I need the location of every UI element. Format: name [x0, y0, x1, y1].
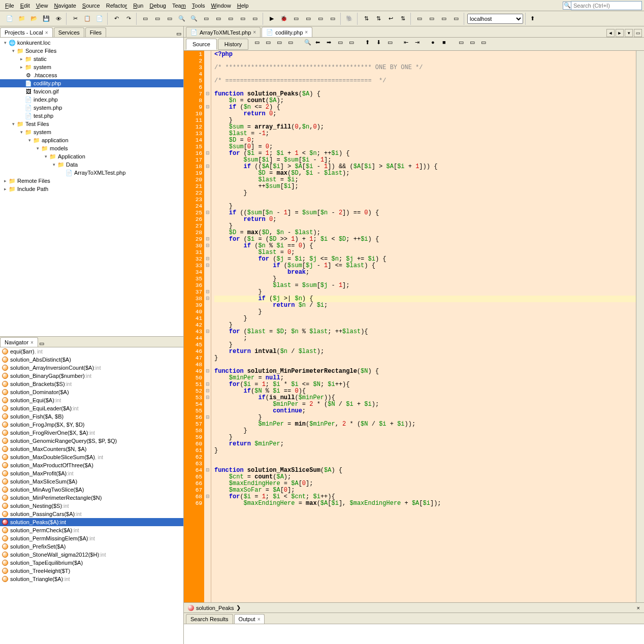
editor-tab[interactable]: 📄codility.php×	[262, 27, 312, 37]
tab-dropdown-icon[interactable]: ▾	[625, 29, 633, 37]
tab-projects[interactable]: Projects - Local×	[0, 27, 53, 37]
undo-icon[interactable]: ↶	[111, 13, 122, 24]
nav-item[interactable]: solution_Brackets($S):int	[0, 380, 183, 388]
indent-right-icon[interactable]: ⇥	[415, 39, 425, 49]
sort3-icon[interactable]: ⇅	[397, 13, 408, 24]
upload-icon[interactable]: ⬆	[527, 13, 538, 24]
zoom-in-icon[interactable]: 🔍	[188, 13, 200, 24]
et8-icon[interactable]: ▭	[459, 39, 469, 49]
menu-debug[interactable]: Debug	[146, 2, 169, 10]
nav-item[interactable]: solution_AbsDistinct($A)	[0, 356, 183, 364]
close-icon[interactable]: ×	[45, 30, 48, 36]
copy-icon[interactable]: 📋	[82, 13, 93, 24]
tree-item[interactable]: ▾📁application	[0, 136, 183, 144]
close-icon[interactable]: ×	[637, 605, 640, 611]
nav-item[interactable]: solution_Triangle($A):int	[0, 575, 183, 583]
tree-item[interactable]: 📄ArrayToXMLTest.php	[0, 169, 183, 177]
nav-item[interactable]: solution_EquiLeader($A):int	[0, 404, 183, 412]
nav-item[interactable]: solution_TreeHeight($T)	[0, 567, 183, 575]
nav-item[interactable]: solution_StoneWall_sigma2012($H):int	[0, 551, 183, 559]
nav-item[interactable]: solution_Fish($A, $B)	[0, 412, 183, 421]
tree-item[interactable]: ▾📁Source Files	[0, 47, 183, 55]
find-icon[interactable]: 🔍	[304, 39, 314, 49]
tab-files[interactable]: Files	[85, 27, 106, 37]
minimize-icon[interactable]: ▭	[174, 30, 183, 37]
nav-item[interactable]: solution_PassingCars($A):int	[0, 510, 183, 518]
sort2-icon[interactable]: ⇅	[373, 13, 384, 24]
et5-icon[interactable]: ▭	[338, 39, 348, 49]
debug-icon[interactable]: 🐞	[278, 13, 289, 24]
cut-icon[interactable]: ✂	[70, 13, 81, 24]
menu-edit[interactable]: Edit	[17, 2, 33, 10]
editor-tab[interactable]: 📄ArrayToXMLTest.php×	[186, 27, 261, 37]
db1-icon[interactable]: ▭	[414, 13, 425, 24]
btn4-icon[interactable]: ▭	[201, 13, 212, 24]
tab-max-icon[interactable]: ▭	[634, 29, 642, 37]
db2-icon[interactable]: ▭	[426, 13, 437, 24]
source-tab[interactable]: Source	[186, 39, 217, 50]
new-project-icon[interactable]: 📁	[16, 13, 27, 24]
nav-item[interactable]: solution_FrogRiverOne($X, $A):int	[0, 429, 183, 437]
tree-item[interactable]: ▾📁models	[0, 144, 183, 152]
tab-search-results[interactable]: Search Results	[186, 614, 233, 624]
et3-icon[interactable]: ▭	[277, 39, 287, 49]
open-icon[interactable]: 📂	[28, 13, 40, 24]
menu-refactor[interactable]: Refactor	[103, 2, 131, 10]
tree-item[interactable]: 📄index.php	[0, 95, 183, 104]
tab-next-icon[interactable]: ►	[616, 29, 624, 37]
redo-icon[interactable]: ↷	[123, 13, 134, 24]
et6-icon[interactable]: ▭	[349, 39, 359, 49]
tree-item[interactable]: ▾📁Data	[0, 160, 183, 169]
vertical-scrollbar[interactable]	[636, 51, 644, 602]
btn2-icon[interactable]: ▭	[152, 13, 163, 24]
btn3-icon[interactable]: ▭	[164, 13, 175, 24]
record-icon[interactable]: ●	[431, 39, 441, 49]
btn5-icon[interactable]: ▭	[213, 13, 224, 24]
save-all-icon[interactable]: 💾	[41, 13, 52, 24]
tree-item[interactable]: 🖼favicon.gif	[0, 87, 183, 95]
tab-output[interactable]: Output ×	[234, 614, 265, 624]
tree-item[interactable]: 📄test.php	[0, 112, 183, 120]
et1-icon[interactable]: ▭	[254, 39, 265, 49]
nav-item[interactable]: solution_Dominator($A)	[0, 388, 183, 396]
minimize-icon[interactable]: ▭	[39, 340, 44, 347]
tree-item[interactable]: ▸📁Include Path	[0, 185, 183, 193]
nav-item[interactable]: equi($arr), int	[0, 347, 183, 356]
new-file-icon[interactable]: 📄	[4, 13, 15, 24]
paste-icon[interactable]: 📄	[94, 13, 105, 24]
menu-view[interactable]: View	[33, 2, 51, 10]
nav-item[interactable]: solution_PrefixSet($A)	[0, 542, 183, 551]
editor-area[interactable]: 1234567891011121314151617181920212223242…	[184, 51, 644, 602]
db4-icon[interactable]: ▭	[450, 13, 462, 24]
menu-file[interactable]: File	[2, 2, 17, 10]
btn1-icon[interactable]: ▭	[140, 13, 151, 24]
nav-item[interactable]: solution_TapeEquilibrium($A)	[0, 559, 183, 567]
tree-item[interactable]: ▸📁Remote Files	[0, 177, 183, 185]
tree-item[interactable]: ▾🌐konkurent.loc	[0, 39, 183, 47]
bookmark-up-icon[interactable]: ⬆	[365, 39, 375, 49]
indent-left-icon[interactable]: ⇤	[404, 39, 414, 49]
menu-source[interactable]: Source	[79, 2, 103, 10]
nav-item[interactable]: solution_MinAvgTwoSlice($A)	[0, 486, 183, 494]
nav-item[interactable]: solution_MaxProductOfThree($A)	[0, 461, 183, 469]
menu-window[interactable]: Window	[208, 2, 234, 10]
menu-navigate[interactable]: Navigate	[51, 2, 79, 10]
tree-item[interactable]: 📄codility.php	[0, 79, 183, 87]
et2-icon[interactable]: ▭	[266, 39, 276, 49]
host-select[interactable]: localhost	[467, 14, 523, 24]
nav-item[interactable]: solution_MaxDoubleSliceSum($A), int	[0, 453, 183, 461]
nav-item[interactable]: solution_MinPerimeterRectangle($N)	[0, 494, 183, 502]
nav-item[interactable]: solution_MaxCounters($N, $A)	[0, 445, 183, 453]
search-input[interactable]	[571, 1, 642, 10]
tree-item[interactable]: ▸📁static	[0, 55, 183, 63]
prev-icon[interactable]: ⬅	[315, 39, 326, 49]
btn7-icon[interactable]: ▭	[237, 13, 248, 24]
btn10-icon[interactable]: ▭	[303, 13, 314, 24]
next-icon[interactable]: ➡	[327, 39, 337, 49]
nav-item[interactable]: solution_MaxSliceSum($A)	[0, 477, 183, 486]
nav-item[interactable]: solution_Equi($A):int	[0, 396, 183, 404]
nav-item[interactable]: solution_FrogJmp($X, $Y, $D)	[0, 421, 183, 429]
tab-services[interactable]: Services	[54, 27, 84, 37]
et9-icon[interactable]: ▭	[470, 39, 480, 49]
nav-item[interactable]: solution_MaxProfit($A):int	[0, 469, 183, 477]
